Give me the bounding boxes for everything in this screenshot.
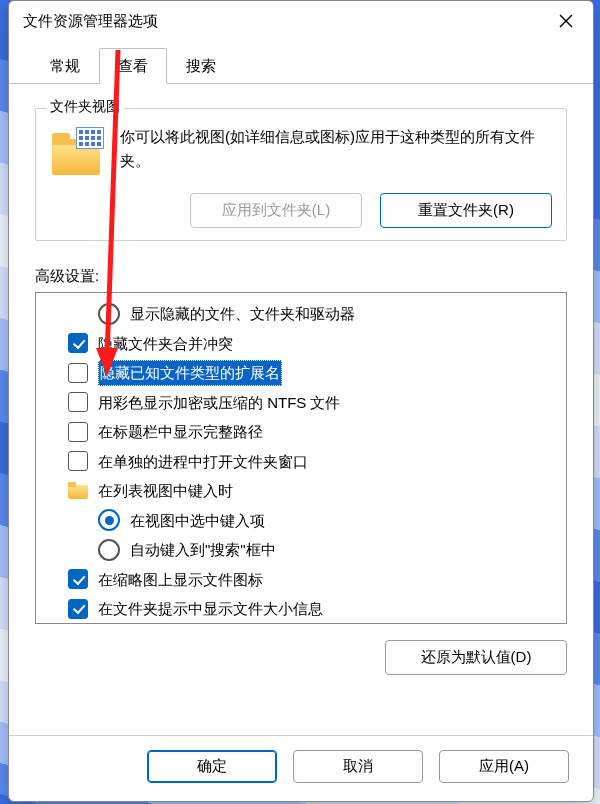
- tree-item-label: 在视图中选中键入项: [130, 508, 265, 534]
- tab-strip: 常规 查看 搜索: [9, 47, 593, 84]
- tab-panel-view: 文件夹视图 你可以将此视图(如详细信息或图标)应用于这种类型的所有文件夹。 应用…: [9, 84, 593, 735]
- tree-item-label: 显示隐藏的文件、文件夹和驱动器: [130, 301, 355, 327]
- tree-item-label: 在列表视图中键入时: [98, 478, 233, 504]
- tree-item-10[interactable]: 在文件夹提示中显示文件大小信息: [42, 594, 560, 624]
- radio-icon[interactable]: [98, 539, 120, 561]
- tree-item-3[interactable]: 用彩色显示加密或压缩的 NTFS 文件: [42, 388, 560, 418]
- checkbox-icon[interactable]: [68, 333, 88, 353]
- tree-item-label: 用彩色显示加密或压缩的 NTFS 文件: [98, 390, 341, 416]
- folder-view-description: 你可以将此视图(如详细信息或图标)应用于这种类型的所有文件夹。: [120, 125, 552, 181]
- reset-folders-button[interactable]: 重置文件夹(R): [380, 193, 552, 228]
- restore-defaults-button[interactable]: 还原为默认值(D): [385, 640, 567, 675]
- apply-to-folders-button[interactable]: 应用到文件夹(L): [190, 193, 362, 228]
- tree-item-4[interactable]: 在标题栏中显示完整路径: [42, 417, 560, 447]
- tree-item-label: 在缩略图上显示文件图标: [98, 567, 263, 593]
- tree-item-1[interactable]: 隐藏文件夹合并冲突: [42, 329, 560, 359]
- folder-options-dialog: 文件资源管理器选项 常规 查看 搜索 文件夹视图 你可以将此视图(如详细信息或图…: [8, 0, 594, 802]
- tree-item-7[interactable]: 在视图中选中键入项: [42, 506, 560, 536]
- tree-item-6[interactable]: 在列表视图中键入时: [42, 476, 560, 506]
- folder-view-group: 文件夹视图 你可以将此视图(如详细信息或图标)应用于这种类型的所有文件夹。 应用…: [35, 108, 567, 241]
- checkbox-icon[interactable]: [68, 599, 88, 619]
- close-icon: [559, 14, 573, 28]
- tree-item-8[interactable]: 自动键入到"搜索"框中: [42, 535, 560, 565]
- close-button[interactable]: [543, 5, 589, 37]
- radio-icon[interactable]: [98, 303, 120, 325]
- tab-view[interactable]: 查看: [99, 48, 167, 84]
- tree-item-2[interactable]: 隐藏已知文件类型的扩展名: [42, 358, 560, 388]
- radio-icon[interactable]: [98, 509, 120, 531]
- checkbox-icon[interactable]: [68, 392, 88, 412]
- checkbox-icon[interactable]: [68, 569, 88, 589]
- tree-item-0[interactable]: 显示隐藏的文件、文件夹和驱动器: [42, 299, 560, 329]
- tree-item-label: 在文件夹提示中显示文件大小信息: [98, 596, 323, 622]
- cancel-button[interactable]: 取消: [293, 750, 423, 783]
- checkbox-icon[interactable]: [68, 363, 88, 383]
- folder-icon: [68, 483, 88, 499]
- dialog-title: 文件资源管理器选项: [23, 12, 543, 31]
- tree-item-label: 自动键入到"搜索"框中: [130, 537, 276, 563]
- tree-item-label: 在单独的进程中打开文件夹窗口: [98, 449, 308, 475]
- apply-button[interactable]: 应用(A): [439, 750, 569, 783]
- tree-item-label: 隐藏文件夹合并冲突: [98, 331, 233, 357]
- titlebar: 文件资源管理器选项: [9, 1, 593, 41]
- advanced-settings-label: 高级设置:: [35, 267, 567, 286]
- tree-item-5[interactable]: 在单独的进程中打开文件夹窗口: [42, 447, 560, 477]
- tab-search[interactable]: 搜索: [167, 48, 235, 84]
- checkbox-icon[interactable]: [68, 451, 88, 471]
- tab-general[interactable]: 常规: [31, 48, 99, 84]
- folder-view-icon: [50, 125, 106, 181]
- dialog-footer: 确定 取消 应用(A): [9, 735, 593, 801]
- ok-button[interactable]: 确定: [147, 750, 277, 783]
- tree-item-9[interactable]: 在缩略图上显示文件图标: [42, 565, 560, 595]
- tree-item-label: 隐藏已知文件类型的扩展名: [98, 360, 282, 386]
- tree-item-11[interactable]: 在预览窗格中显示预览控件: [42, 624, 560, 625]
- advanced-settings-tree[interactable]: 显示隐藏的文件、文件夹和驱动器隐藏文件夹合并冲突隐藏已知文件类型的扩展名用彩色显…: [35, 292, 567, 624]
- checkbox-icon[interactable]: [68, 422, 88, 442]
- folder-view-legend: 文件夹视图: [46, 98, 124, 116]
- tree-item-label: 在标题栏中显示完整路径: [98, 419, 263, 445]
